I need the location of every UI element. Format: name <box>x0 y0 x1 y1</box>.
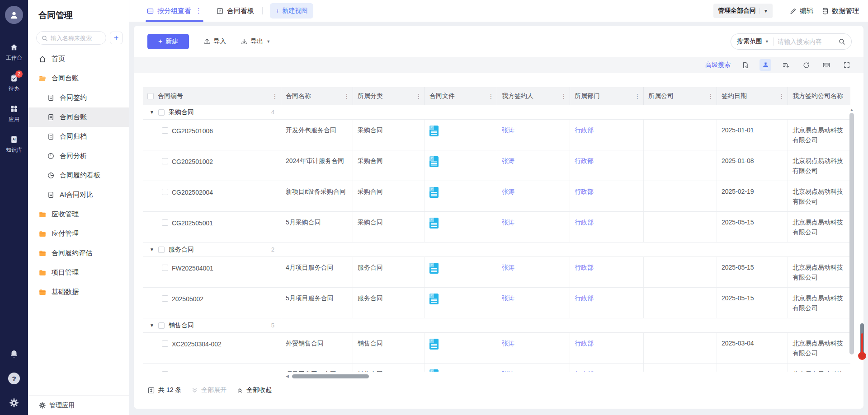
new-view-button[interactable]: + 新建视图 <box>270 3 313 19</box>
contract-file-icon[interactable] <box>429 369 439 372</box>
row-checkbox[interactable] <box>162 158 168 164</box>
expand-all-button[interactable]: 全部展开 <box>191 386 226 394</box>
create-button[interactable]: + 新建 <box>147 34 189 49</box>
column-header-合同名称[interactable]: 合同名称⋮ <box>281 87 353 105</box>
row-sort-icon[interactable] <box>780 59 792 71</box>
sidebar-item-合同履约评估[interactable]: 合同履约评估 <box>28 243 129 263</box>
contract-file-icon[interactable] <box>429 126 439 140</box>
sidebar-item-基础数据[interactable]: 基础数据 <box>28 282 129 302</box>
group-collapse-icon[interactable]: ▼ <box>150 247 154 252</box>
row-checkbox[interactable] <box>162 219 168 226</box>
column-header-所属分类[interactable]: 所属分类⋮ <box>353 87 425 105</box>
column-header-合同编号[interactable]: 合同编号⋮ <box>143 87 281 105</box>
row-checkbox[interactable] <box>162 127 168 134</box>
collapse-all-button[interactable]: 全部收起 <box>236 386 272 394</box>
department-link[interactable]: 行政部 <box>575 219 594 226</box>
sidebar-item-合同分析[interactable]: 合同分析 <box>28 146 129 166</box>
contract-file-icon[interactable] <box>429 339 439 353</box>
vertical-scrollbar[interactable]: ▲ ▼ <box>849 107 855 392</box>
sidebar-item-项目管理[interactable]: 项目管理 <box>28 263 129 282</box>
group-checkbox[interactable] <box>158 322 165 329</box>
group-view-icon[interactable] <box>760 59 771 71</box>
rail-item-todo[interactable]: 2待办 <box>6 74 22 93</box>
user-avatar[interactable] <box>5 6 23 24</box>
department-link[interactable]: 行政部 <box>575 294 594 302</box>
department-link[interactable]: 行政部 <box>575 157 594 164</box>
group-checkbox[interactable] <box>158 247 165 253</box>
bell-icon[interactable] <box>9 349 19 359</box>
signer-link[interactable]: 张涛 <box>502 370 514 372</box>
tab-group-view[interactable]: 按分组查看 ⋮ <box>146 0 203 22</box>
manage-app-button[interactable]: 管理应用 <box>28 395 129 415</box>
column-header-所属部门[interactable]: 所属部门⋮ <box>570 87 644 105</box>
fullscreen-icon[interactable] <box>841 59 853 71</box>
sidebar-item-合同台账[interactable]: 合同台账 <box>28 69 129 88</box>
signer-link[interactable]: 张涛 <box>502 219 514 226</box>
sidebar-search[interactable] <box>36 31 106 45</box>
contract-file-icon[interactable] <box>429 156 439 170</box>
table-row[interactable]: 2025050025月项目服务合同服务合同张涛行政部2025-05-15北京易点… <box>143 288 850 318</box>
row-height-icon[interactable] <box>147 387 155 394</box>
sidebar-item-AI合同对比[interactable]: AI合同对比 <box>28 185 129 205</box>
signer-link[interactable]: 张涛 <box>502 264 514 271</box>
signer-link[interactable]: 张涛 <box>502 294 514 302</box>
rail-item-knowledge[interactable]: AI知识库 <box>6 135 22 154</box>
search-icon[interactable] <box>838 38 845 45</box>
data-manage-button[interactable]: 数据管理 <box>821 7 859 15</box>
row-checkbox[interactable] <box>162 189 168 195</box>
signer-link[interactable]: 张涛 <box>502 157 514 164</box>
column-header-我方签约公司名称[interactable]: 我方签约公司名称 <box>788 87 850 105</box>
column-menu-icon[interactable]: ⋮ <box>272 93 278 100</box>
group-collapse-icon[interactable]: ▼ <box>150 323 154 328</box>
hscroll-thumb[interactable] <box>292 374 369 378</box>
sidebar-item-应收管理[interactable]: 应收管理 <box>28 205 129 224</box>
table-row[interactable]: CG2025010022024年审计服务合同采购合同张涛行政部2025-01-0… <box>143 150 850 181</box>
file-preview-icon[interactable] <box>739 59 751 71</box>
keyboard-icon[interactable] <box>821 59 832 71</box>
help-icon[interactable]: ? <box>8 373 20 384</box>
vscroll-thumb[interactable] <box>849 113 854 354</box>
contract-file-icon[interactable] <box>429 263 439 277</box>
feedback-widget[interactable] <box>858 322 866 363</box>
add-page-button[interactable]: + <box>110 32 123 44</box>
table-row[interactable]: FW2025040014月项目服务合同服务合同张涛行政部2025-05-15北京… <box>143 257 850 288</box>
sidebar-item-合同归档[interactable]: 合同归档 <box>28 127 129 146</box>
tab-more-icon[interactable]: ⋮ <box>195 7 203 15</box>
column-menu-icon[interactable]: ⋮ <box>561 93 567 100</box>
export-button[interactable]: 导出 ▼ <box>241 37 270 46</box>
table-row[interactable]: XC20250304-002外贸销售合同销售合同张涛行政部2025-03-04北… <box>143 333 850 364</box>
table-search-input[interactable] <box>778 38 834 45</box>
department-link[interactable]: 行政部 <box>575 370 594 372</box>
row-checkbox[interactable] <box>162 295 168 302</box>
contract-file-icon[interactable] <box>429 187 439 201</box>
column-header-我方签约人[interactable]: 我方签约人⋮ <box>497 87 570 105</box>
column-menu-icon[interactable]: ⋮ <box>488 93 494 100</box>
column-menu-icon[interactable]: ⋮ <box>708 93 714 100</box>
department-link[interactable]: 行政部 <box>575 188 594 195</box>
select-all-checkbox[interactable] <box>147 93 154 99</box>
contract-file-icon[interactable] <box>429 218 439 232</box>
column-header-签约日期[interactable]: 签约日期⋮ <box>717 87 788 105</box>
column-menu-icon[interactable]: ⋮ <box>778 93 785 100</box>
group-collapse-icon[interactable]: ▼ <box>150 110 154 115</box>
table-row[interactable]: XC20250424005项目开发开口合同销售合同张涛行政部2025-04-24… <box>143 364 850 372</box>
manage-all-contracts-button[interactable]: 管理全部合同 ▼ <box>713 4 773 18</box>
table-row[interactable]: CG202501006开发外包服务合同采购合同张涛行政部2025-01-01北京… <box>143 120 850 150</box>
column-header-合同文件[interactable]: 合同文件⋮ <box>425 87 497 105</box>
department-link[interactable]: 行政部 <box>575 264 594 271</box>
table-row[interactable]: CG202502004新项目it设备采购合同采购合同张涛行政部2025-02-1… <box>143 181 850 212</box>
signer-link[interactable]: 张涛 <box>502 126 514 134</box>
rail-item-apps[interactable]: 应用 <box>6 104 22 123</box>
department-link[interactable]: 行政部 <box>575 126 594 134</box>
horizontal-scrollbar[interactable]: ◀ ▶ <box>286 373 863 379</box>
contract-file-icon[interactable] <box>429 294 439 308</box>
scroll-up-icon[interactable]: ▲ <box>849 107 855 112</box>
signer-link[interactable]: 张涛 <box>502 188 514 195</box>
sidebar-item-合同台账[interactable]: 合同台账 <box>28 107 129 127</box>
column-menu-icon[interactable]: ⋮ <box>415 93 422 100</box>
group-checkbox[interactable] <box>158 109 165 116</box>
advanced-search-link[interactable]: 高级搜索 <box>705 61 731 69</box>
signer-link[interactable]: 张涛 <box>502 340 514 347</box>
sidebar-item-合同签约[interactable]: 合同签约 <box>28 88 129 107</box>
tab-kanban[interactable]: 合同看板 <box>215 0 255 22</box>
